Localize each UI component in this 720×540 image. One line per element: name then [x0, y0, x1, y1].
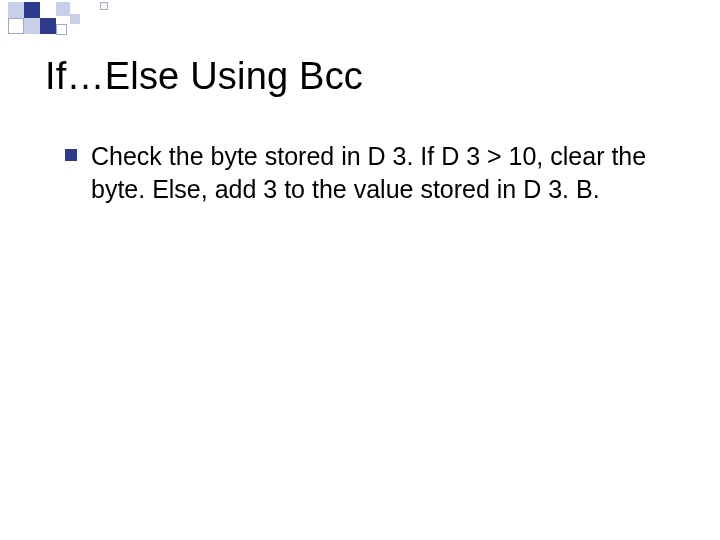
slide-body: Check the byte stored in D 3. If D 3 > 1…	[65, 140, 660, 205]
bullet-item: Check the byte stored in D 3. If D 3 > 1…	[65, 140, 660, 205]
square-bullet-icon	[65, 149, 77, 161]
corner-decoration	[0, 0, 150, 50]
slide-title: If…Else Using Bcc	[45, 55, 363, 98]
bullet-text: Check the byte stored in D 3. If D 3 > 1…	[91, 140, 660, 205]
